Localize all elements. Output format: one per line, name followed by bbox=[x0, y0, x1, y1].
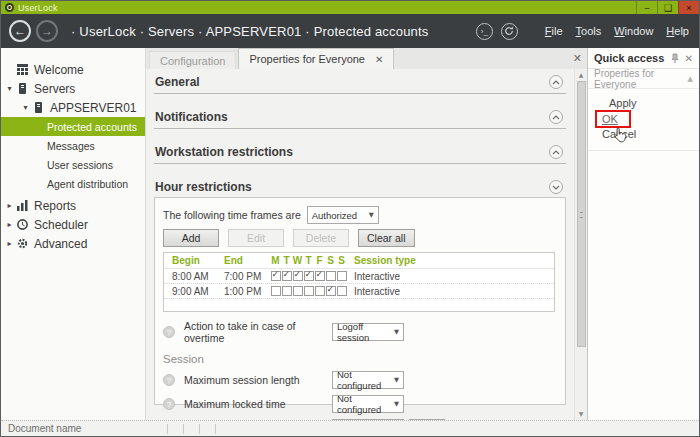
sidebar-item-scheduler[interactable]: ▸ Scheduler bbox=[1, 215, 145, 234]
chevron-down-icon: ▼ bbox=[394, 328, 399, 336]
scrollbar-thumb[interactable] bbox=[577, 81, 586, 347]
sidebar-label: APPSERVER01 bbox=[50, 101, 137, 115]
time-frames-select[interactable]: Authorized ▼ bbox=[307, 206, 379, 224]
sidebar-label: Protected accounts bbox=[47, 121, 137, 133]
document-area: Configuration Properties for Everyone ✕ … bbox=[146, 48, 587, 420]
scroll-down-icon[interactable]: ▼ bbox=[579, 408, 584, 420]
tabgroup-close-icon[interactable]: ✕ bbox=[568, 52, 587, 65]
day-checkbox[interactable] bbox=[304, 286, 314, 296]
day-checkbox[interactable] bbox=[337, 286, 347, 296]
tab-label: Configuration bbox=[160, 55, 225, 67]
time-frames-label: The following time frames are bbox=[163, 209, 301, 221]
console-icon[interactable]: ›_ bbox=[476, 23, 493, 40]
quick-access-title: Quick access bbox=[594, 52, 664, 64]
menu-window[interactable]: Window bbox=[614, 25, 653, 37]
sidebar-item-servers[interactable]: ▾ Servers bbox=[1, 79, 145, 98]
expand-section-icon[interactable] bbox=[549, 110, 563, 124]
tab-properties-for-everyone[interactable]: Properties for Everyone ✕ bbox=[238, 48, 394, 69]
collapse-expander-icon[interactable]: ▾ bbox=[4, 84, 15, 93]
col-friday: F bbox=[314, 255, 325, 266]
day-checkbox[interactable] bbox=[326, 271, 336, 281]
day-checkbox[interactable] bbox=[293, 286, 303, 296]
section-title: General bbox=[155, 75, 200, 89]
table-row[interactable]: 9:00 AM 1:00 PM Interactive bbox=[164, 284, 554, 299]
menu-bar: File Tools Window Help bbox=[532, 25, 689, 37]
begin-cell: 8:00 AM bbox=[172, 271, 224, 282]
close-button[interactable]: × bbox=[678, 1, 699, 14]
help-icon[interactable]: ? bbox=[163, 374, 175, 386]
section-title: Notifications bbox=[155, 110, 228, 124]
menu-help[interactable]: Help bbox=[666, 25, 689, 37]
max-locked-time-label: Maximum locked time bbox=[184, 398, 332, 410]
tab-configuration[interactable]: Configuration bbox=[149, 51, 236, 69]
table-header-row: Begin End M T W T F S S Session type bbox=[164, 253, 554, 269]
sidebar-label: Reports bbox=[34, 199, 76, 213]
scroll-up-icon[interactable]: ▲ bbox=[579, 69, 584, 81]
sidebar-item-protected-accounts[interactable]: Protected accounts bbox=[1, 117, 145, 136]
refresh-icon[interactable] bbox=[501, 23, 518, 40]
day-checkbox[interactable] bbox=[282, 286, 292, 296]
day-checkbox[interactable] bbox=[315, 286, 325, 296]
chevron-down-icon: ▼ bbox=[394, 400, 399, 408]
menu-tools[interactable]: Tools bbox=[576, 25, 602, 37]
clear-all-button[interactable]: Clear all bbox=[358, 229, 415, 247]
sidebar-item-agent-distribution[interactable]: Agent distribution bbox=[1, 174, 145, 193]
minimize-button[interactable]: – bbox=[636, 1, 657, 14]
sidebar-item-appserver01[interactable]: ▾ APPSERVER01 bbox=[1, 98, 145, 117]
table-row[interactable]: 8:00 AM 7:00 PM Interactive bbox=[164, 269, 554, 284]
vertical-scrollbar[interactable]: ▲ ▼ bbox=[574, 69, 587, 420]
sidebar-item-reports[interactable]: ▸ Reports bbox=[1, 196, 145, 215]
overtime-action-select[interactable]: Logoff session ▼ bbox=[332, 323, 404, 341]
add-button[interactable]: Add bbox=[163, 229, 219, 247]
day-checkbox[interactable] bbox=[293, 271, 303, 281]
max-session-length-label: Maximum session length bbox=[184, 374, 332, 386]
quick-access-group[interactable]: Properties for Everyone ▲ bbox=[588, 69, 699, 89]
scheduler-clock-icon bbox=[15, 219, 29, 230]
chevron-up-icon: ▲ bbox=[688, 75, 693, 83]
day-checkbox[interactable] bbox=[315, 271, 325, 281]
day-checkbox[interactable] bbox=[271, 286, 281, 296]
day-checkbox[interactable] bbox=[271, 271, 281, 281]
breadcrumb: · UserLock · Servers · APPSERVER01 · Pro… bbox=[71, 24, 429, 39]
sidebar-item-user-sessions[interactable]: User sessions bbox=[1, 155, 145, 174]
section-workstation-restrictions: Workstation restrictions bbox=[154, 142, 566, 164]
menu-file[interactable]: File bbox=[545, 25, 563, 37]
help-icon[interactable]: ? bbox=[163, 398, 175, 410]
expand-section-icon[interactable] bbox=[549, 75, 563, 89]
expand-chevron-icon[interactable]: ▸ bbox=[4, 239, 15, 248]
maximize-button[interactable]: ❑ bbox=[657, 1, 678, 14]
sidebar-item-advanced[interactable]: ▸ Advanced bbox=[1, 234, 145, 253]
session-type-cell: Interactive bbox=[347, 286, 400, 297]
end-cell: 1:00 PM bbox=[224, 286, 270, 297]
panel-close-icon[interactable]: ✕ bbox=[685, 53, 693, 64]
expand-section-icon[interactable] bbox=[549, 145, 563, 159]
expand-chevron-icon[interactable]: ▸ bbox=[4, 220, 15, 229]
ok-annotation-wrap: OK bbox=[602, 113, 618, 125]
expand-chevron-icon[interactable]: ▸ bbox=[4, 201, 15, 210]
sidebar-item-welcome[interactable]: Welcome bbox=[1, 60, 145, 79]
collapse-expander-icon[interactable]: ▾ bbox=[20, 103, 31, 112]
group-label: Properties for Everyone bbox=[594, 68, 688, 90]
col-end: End bbox=[224, 255, 270, 266]
collapse-section-icon[interactable] bbox=[549, 180, 563, 194]
help-icon[interactable]: ? bbox=[163, 326, 175, 338]
sidebar-label: Agent distribution bbox=[47, 178, 128, 190]
col-monday: M bbox=[270, 255, 281, 266]
apply-link[interactable]: Apply bbox=[609, 97, 637, 109]
max-session-length-select[interactable]: Not configured ▼ bbox=[332, 371, 404, 389]
max-locked-time-select[interactable]: Not configured ▼ bbox=[332, 395, 404, 413]
select-value: Not configured bbox=[337, 369, 394, 391]
sidebar-item-messages[interactable]: Messages bbox=[1, 136, 145, 155]
back-button[interactable]: ← bbox=[9, 20, 31, 42]
pin-icon[interactable] bbox=[671, 53, 679, 63]
tab-close-icon[interactable]: ✕ bbox=[375, 54, 383, 65]
forward-button[interactable]: → bbox=[36, 20, 58, 42]
col-saturday: S bbox=[325, 255, 336, 266]
section-title: Hour restrictions bbox=[155, 180, 252, 194]
day-checkbox[interactable] bbox=[304, 271, 314, 281]
day-checkbox[interactable] bbox=[282, 271, 292, 281]
day-checkbox[interactable] bbox=[326, 286, 336, 296]
statusbar-divider bbox=[183, 424, 184, 434]
select-value: Not configured bbox=[337, 393, 394, 415]
day-checkbox[interactable] bbox=[337, 271, 347, 281]
